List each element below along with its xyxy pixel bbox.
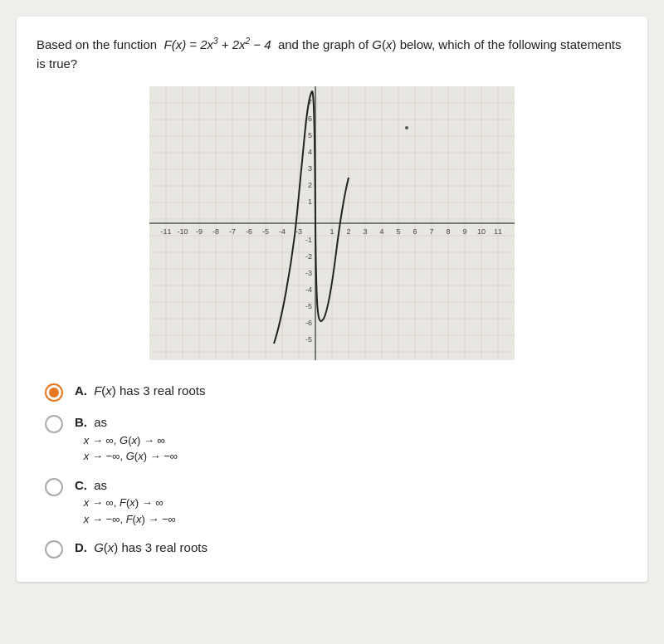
svg-point-74 [405, 126, 408, 129]
svg-text:2: 2 [346, 227, 350, 236]
choice-c-as: as [94, 478, 107, 492]
radio-d[interactable] [45, 540, 63, 559]
svg-text:5: 5 [396, 227, 400, 236]
formula-f: F(x) = 2x3 + 2x2 − 4 [164, 37, 274, 51]
svg-text:10: 10 [477, 227, 486, 236]
svg-text:4: 4 [308, 148, 312, 156]
svg-text:11: 11 [494, 227, 502, 236]
svg-text:6: 6 [308, 115, 312, 123]
svg-text:2: 2 [308, 181, 312, 189]
svg-text:-7: -7 [229, 227, 236, 236]
question-text: Based on the function F(x) = 2x3 + 2x2 −… [37, 35, 627, 73]
svg-text:-2: -2 [305, 252, 312, 261]
choice-a[interactable]: A. F(x) has 3 real roots [45, 382, 627, 402]
choice-d[interactable]: D. G(x) has 3 real roots [45, 539, 627, 559]
radio-a-inner [49, 388, 59, 398]
svg-text:6: 6 [413, 227, 417, 236]
svg-text:-4: -4 [305, 285, 312, 294]
graph-svg: 7 6 5 4 3 2 1 -1 -2 -3 -4 -5 -6 -5 -11 -… [149, 86, 515, 360]
choice-a-text: F(x) has 3 real roots [94, 383, 205, 398]
svg-text:-5: -5 [305, 302, 312, 310]
choice-b[interactable]: B. as x → ∞, G(x) → ∞ x → −∞, G(x) → −∞ [45, 413, 627, 465]
choice-a-label: A. F(x) has 3 real roots [75, 382, 205, 401]
svg-text:-4: -4 [279, 227, 286, 236]
svg-text:5: 5 [308, 131, 312, 139]
svg-text:3: 3 [308, 164, 312, 173]
svg-text:3: 3 [363, 227, 367, 236]
choice-b-as: as [94, 415, 107, 429]
choice-d-label: D. G(x) has 3 real roots [75, 539, 208, 558]
svg-text:-6: -6 [246, 227, 252, 236]
svg-text:1: 1 [308, 198, 312, 206]
svg-text:-11: -11 [160, 227, 171, 236]
svg-text:1: 1 [330, 227, 334, 236]
svg-text:-1: -1 [305, 236, 312, 244]
radio-a[interactable] [45, 383, 63, 402]
svg-text:9: 9 [462, 227, 466, 236]
radio-c[interactable] [45, 478, 63, 496]
radio-b[interactable] [45, 415, 63, 433]
svg-text:8: 8 [446, 227, 450, 236]
question-card: Based on the function F(x) = 2x3 + 2x2 −… [17, 17, 647, 582]
svg-text:-10: -10 [177, 227, 188, 236]
choice-c-line1: x → ∞, F(x) → ∞ [75, 495, 176, 511]
svg-text:7: 7 [429, 227, 433, 236]
svg-text:-5: -5 [262, 227, 269, 236]
choice-c-letter: C. [75, 478, 87, 492]
choices-container: A. F(x) has 3 real roots B. as x → ∞, G(… [37, 382, 627, 559]
graph-container: 7 6 5 4 3 2 1 -1 -2 -3 -4 -5 -6 -5 -11 -… [37, 86, 627, 360]
choice-b-line1: x → ∞, G(x) → ∞ [75, 432, 178, 449]
svg-text:-3: -3 [295, 227, 302, 236]
choice-d-text: G(x) has 3 real roots [94, 540, 208, 554]
svg-text:-3: -3 [305, 269, 312, 277]
choice-d-letter: D. [75, 540, 87, 554]
svg-text:-5: -5 [305, 335, 312, 344]
choice-c-line2: x → −∞, F(x) → −∞ [75, 511, 176, 528]
svg-text:4: 4 [379, 227, 383, 236]
svg-text:-9: -9 [196, 227, 203, 236]
choice-a-letter: A. [75, 383, 87, 398]
choice-b-line2: x → −∞, G(x) → −∞ [75, 448, 178, 465]
svg-text:-8: -8 [212, 227, 219, 236]
svg-text:-6: -6 [305, 319, 312, 327]
choice-c-label: C. as x → ∞, F(x) → ∞ x → −∞, F(x) → −∞ [75, 476, 176, 528]
choice-b-label: B. as x → ∞, G(x) → ∞ x → −∞, G(x) → −∞ [75, 413, 178, 465]
choice-c[interactable]: C. as x → ∞, F(x) → ∞ x → −∞, F(x) → −∞ [45, 476, 627, 528]
choice-b-letter: B. [75, 415, 87, 429]
